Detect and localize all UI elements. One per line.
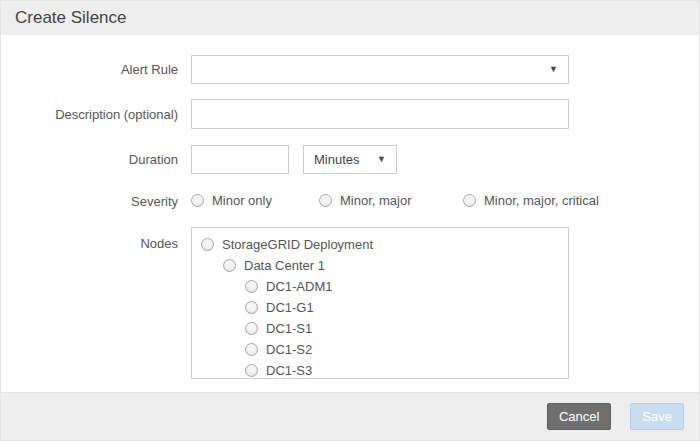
node-option-label: DC1-S1 <box>266 321 312 336</box>
node-option-dc1-g1[interactable]: DC1-G1 <box>201 297 568 318</box>
nodes-row: Nodes StorageGRID Deployment Data Center… <box>1 227 699 379</box>
dialog-header: Create Silence <box>1 1 699 35</box>
description-input[interactable] <box>191 99 569 129</box>
severity-option-label: Minor only <box>212 193 272 208</box>
duration-units-select[interactable]: Minutes ▼ <box>303 145 397 174</box>
severity-option-minor-only[interactable]: Minor only <box>191 193 319 208</box>
save-button[interactable]: Save <box>630 403 684 430</box>
duration-label: Duration <box>1 152 178 167</box>
alert-rule-select[interactable]: ▼ <box>191 55 569 84</box>
node-option-dc1-s1[interactable]: DC1-S1 <box>201 318 568 339</box>
nodes-tree: StorageGRID Deployment Data Center 1 DC1… <box>191 227 569 379</box>
severity-label: Severity <box>1 193 178 209</box>
severity-row: Severity Minor only Minor, major Minor, … <box>1 193 699 209</box>
node-option-dc1-s3[interactable]: DC1-S3 <box>201 360 568 379</box>
description-row: Description (optional) <box>1 99 699 129</box>
nodes-label: Nodes <box>1 227 178 251</box>
chevron-down-icon: ▼ <box>549 65 558 74</box>
alert-rule-label: Alert Rule <box>1 62 178 77</box>
node-option-label: DC1-G1 <box>266 300 314 315</box>
radio-button-icon[interactable] <box>191 194 204 207</box>
dialog-footer: Cancel Save <box>1 392 700 440</box>
severity-option-label: Minor, major, critical <box>484 193 599 208</box>
page-title: Create Silence <box>15 8 127 28</box>
radio-button-icon[interactable] <box>245 280 258 293</box>
node-option-label: Data Center 1 <box>244 258 325 273</box>
severity-option-minor-major[interactable]: Minor, major <box>319 193 463 208</box>
node-option-storagegrid-deployment[interactable]: StorageGRID Deployment <box>201 234 568 255</box>
severity-option-label: Minor, major <box>340 193 412 208</box>
node-option-label: DC1-S3 <box>266 363 312 378</box>
node-option-label: StorageGRID Deployment <box>222 237 373 252</box>
radio-button-icon[interactable] <box>245 343 258 356</box>
node-option-data-center-1[interactable]: Data Center 1 <box>201 255 568 276</box>
create-silence-dialog: Create Silence Alert Rule ▼ Description … <box>0 0 700 441</box>
cancel-button[interactable]: Cancel <box>547 403 611 430</box>
radio-button-icon[interactable] <box>319 194 332 207</box>
chevron-down-icon: ▼ <box>377 155 386 164</box>
alert-rule-row: Alert Rule ▼ <box>1 55 699 84</box>
duration-units-selected-value: Minutes <box>314 152 360 167</box>
radio-button-icon[interactable] <box>245 322 258 335</box>
duration-input[interactable] <box>191 145 289 174</box>
radio-button-icon[interactable] <box>245 301 258 314</box>
radio-button-icon[interactable] <box>463 194 476 207</box>
dialog-body: Alert Rule ▼ Description (optional) Dura… <box>1 35 699 379</box>
node-option-dc1-s2[interactable]: DC1-S2 <box>201 339 568 360</box>
node-option-label: DC1-ADM1 <box>266 279 332 294</box>
radio-button-icon[interactable] <box>245 364 258 377</box>
description-label: Description (optional) <box>1 107 178 122</box>
duration-row: Duration Minutes ▼ <box>1 145 699 174</box>
node-option-dc1-adm1[interactable]: DC1-ADM1 <box>201 276 568 297</box>
radio-button-icon[interactable] <box>223 259 236 272</box>
node-option-label: DC1-S2 <box>266 342 312 357</box>
severity-option-minor-major-critical[interactable]: Minor, major, critical <box>463 193 599 208</box>
radio-button-icon[interactable] <box>201 238 214 251</box>
